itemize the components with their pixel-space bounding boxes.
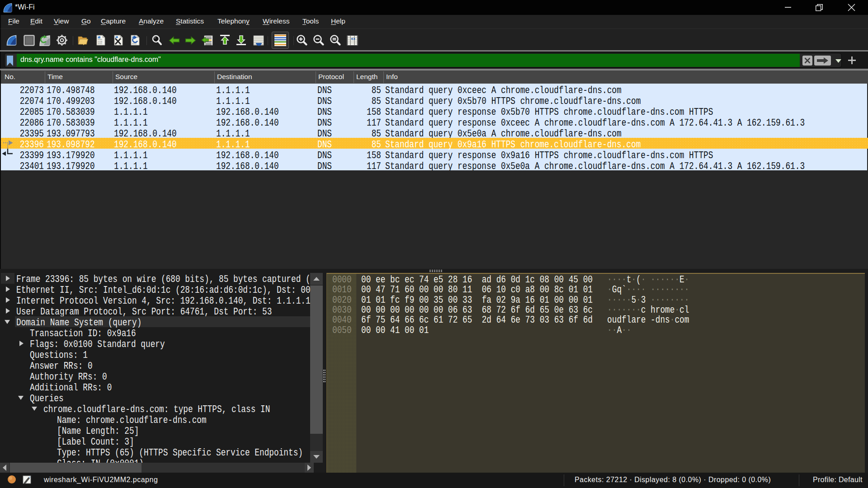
svg-text:3151: 3151 bbox=[132, 42, 137, 45]
svg-text:3111: 3111 bbox=[98, 42, 103, 45]
